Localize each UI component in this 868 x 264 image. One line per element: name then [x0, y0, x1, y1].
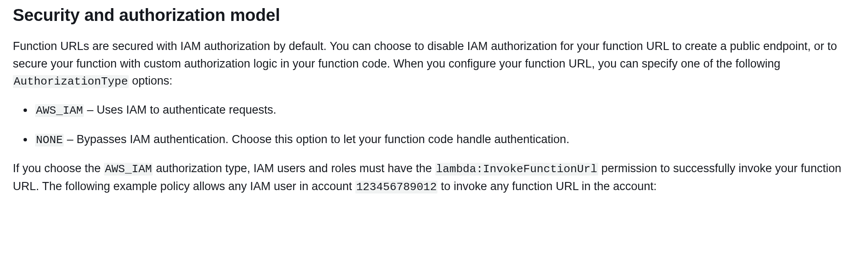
option-desc: – Uses IAM to authenticate requests.: [84, 103, 276, 116]
doc-section: Security and authorization model Functio…: [0, 0, 868, 220]
inline-code-aws-iam: AWS_IAM: [104, 163, 153, 176]
policy-text-1: If you choose the: [13, 162, 104, 175]
list-item: NONE – Bypasses IAM authentication. Choo…: [33, 131, 855, 149]
option-desc: – Bypasses IAM authentication. Choose th…: [64, 133, 570, 146]
intro-text-pre: Function URLs are secured with IAM autho…: [13, 40, 837, 70]
inline-code-invoke-permission: lambda:InvokeFunctionUrl: [435, 163, 598, 176]
inline-code-none: NONE: [35, 134, 64, 147]
intro-text-post: options:: [129, 74, 172, 87]
section-heading: Security and authorization model: [13, 4, 855, 26]
list-item: AWS_IAM – Uses IAM to authenticate reque…: [33, 101, 855, 119]
policy-text-2: authorization type, IAM users and roles …: [153, 162, 435, 175]
inline-code-account-id: 123456789012: [355, 181, 438, 194]
policy-paragraph: If you choose the AWS_IAM authorization …: [13, 160, 847, 196]
policy-text-4: to invoke any function URL in the accoun…: [437, 180, 656, 193]
authorization-options-list: AWS_IAM – Uses IAM to authenticate reque…: [13, 101, 855, 149]
inline-code-aws-iam: AWS_IAM: [35, 104, 84, 117]
inline-code-authorizationtype: AuthorizationType: [13, 75, 129, 88]
intro-paragraph: Function URLs are secured with IAM autho…: [13, 38, 847, 90]
